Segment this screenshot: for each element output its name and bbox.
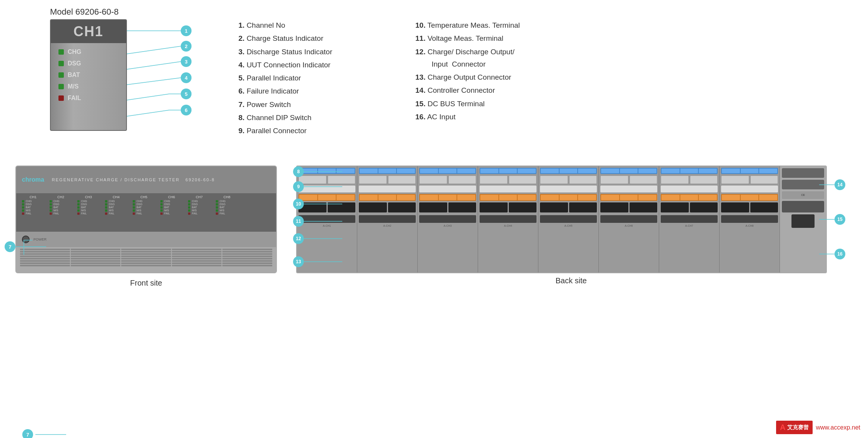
svg-line-12 — [127, 94, 169, 100]
svg-line-6 — [127, 62, 181, 69]
svg-line-16 — [127, 110, 169, 116]
front-channel-col-3: CH3 CHG DSG BAT M/S FAIL — [75, 195, 102, 215]
indicator-chg: CHG — [58, 48, 118, 55]
front-channel-col-5: CH5 CHG DSG BAT M/S FAIL — [131, 195, 157, 215]
legend-item-1: 1. Channel No — [238, 19, 400, 32]
legend-item-7: 7. Power Switch — [238, 99, 400, 111]
legend-right: 10. Temperature Meas. Terminal 11. Volta… — [415, 19, 608, 124]
ms-label: M/S — [68, 83, 78, 90]
front-image-wrapper: chroma REGENERATIVE CHARGE / DISCHARGE T… — [15, 166, 277, 273]
panel-box: CH1 CHG DSG BAT M/S FAIL — [50, 19, 127, 131]
front-channel-col-4: CH4 CHG DSG BAT M/S FAIL — [103, 195, 129, 215]
back-channel-5: A-CH5 — [538, 166, 599, 272]
legend-item-8: 8. Channel DIP Switch — [238, 112, 400, 124]
panel-ch1-label: CH1 — [73, 23, 103, 40]
legend-item-11: 11. Voltage Meas. Terminal — [415, 32, 608, 45]
indicator-dsg: DSG — [58, 60, 118, 67]
front-site-container: chroma REGENERATIVE CHARGE / DISCHARGE T… — [15, 166, 285, 273]
svg-text:4: 4 — [185, 75, 188, 81]
panel-top-bar: CH1 — [51, 20, 126, 43]
svg-line-9 — [127, 78, 181, 85]
bat-label: BAT — [68, 72, 80, 79]
svg-line-3 — [127, 46, 181, 54]
front-ch-label-1: CH1 — [20, 195, 46, 199]
svg-point-45 — [835, 179, 845, 190]
front-vents — [16, 247, 276, 273]
back-site-container: A-CH1 A-CH2 A-CH3 — [288, 166, 846, 285]
front-ch-indicators-1: CHG DSG BAT M/S FAIL — [20, 200, 46, 215]
svg-point-1 — [181, 25, 192, 36]
front-channels-bar: CH1 CHG DSG BAT M/S FAIL CH2 CHG DSG BAT — [16, 193, 276, 232]
svg-point-10 — [181, 72, 192, 83]
svg-text:1: 1 — [185, 28, 187, 34]
legend-item-3: 3. Discharge Status Indicator — [238, 46, 400, 58]
legend-item-2: 2. Charge Status Indicator — [238, 32, 400, 45]
svg-point-4 — [181, 41, 192, 52]
panel-indicators: CHG DSG BAT M/S FAIL — [51, 43, 126, 107]
svg-text:15: 15 — [837, 217, 843, 222]
front-logo-text: chroma — [22, 176, 44, 183]
chg-label: CHG — [68, 48, 82, 55]
chg-dot — [58, 49, 64, 55]
watermark-logo: 艾克赛普 — [787, 424, 809, 431]
back-sim: A-CH1 A-CH2 A-CH3 — [297, 166, 826, 272]
legend-item-14: 14. Controller Connector — [415, 84, 608, 97]
svg-text:2: 2 — [185, 43, 187, 49]
front-sim-top: chroma REGENERATIVE CHARGE / DISCHARGE T… — [16, 166, 276, 193]
svg-text:3: 3 — [185, 59, 187, 65]
watermark: A 艾克赛普 www.accexp.net — [776, 421, 860, 434]
callout-7-line — [35, 431, 66, 438]
dsg-dot — [58, 61, 64, 66]
front-panel-diagram: CH1 CHG DSG BAT M/S FAIL — [50, 19, 196, 142]
front-power-section: POWER — [16, 232, 276, 247]
legend-item-10: 10. Temperature Meas. Terminal — [415, 19, 608, 32]
front-channel-col-1: CH1 CHG DSG BAT M/S FAIL — [20, 195, 46, 215]
back-channel-6: A-CH6 — [599, 166, 659, 272]
model-title: Model 69206-60-8 — [50, 7, 119, 17]
indicator-fail: FAIL — [58, 95, 118, 102]
legend-item-5: 5. Parallel Indicator — [238, 72, 400, 84]
back-site-label: Back site — [296, 276, 846, 285]
fail-label: FAIL — [68, 95, 81, 102]
back-channel-4: A-CH4 — [478, 166, 538, 272]
back-image-wrapper: A-CH1 A-CH2 A-CH3 — [296, 166, 827, 273]
svg-point-7 — [181, 56, 192, 67]
svg-text:7: 7 — [8, 244, 11, 250]
front-model-text: REGENERATIVE CHARGE / DISCHARGE TESTER 6… — [52, 177, 215, 182]
svg-point-18 — [181, 105, 192, 115]
legend-item-4: 4. UUT Connection Indicator — [238, 59, 400, 71]
svg-text:16: 16 — [837, 251, 843, 257]
legend-item-13: 13. Charge Output Connector — [415, 71, 608, 84]
indicator-bat: BAT — [58, 72, 118, 79]
svg-point-51 — [835, 249, 845, 259]
legend-item-9: 9. Parallel Connector — [238, 125, 400, 137]
watermark-url: www.accexp.net — [816, 424, 860, 431]
front-sim: chroma REGENERATIVE CHARGE / DISCHARGE T… — [16, 166, 276, 272]
front-channel-col-6: CH6 CHG DSG BAT M/S FAIL — [158, 195, 185, 215]
indicator-ms: M/S — [58, 83, 118, 90]
bat-dot — [58, 72, 64, 78]
legend-left: 1. Channel No 2. Charge Status Indicator… — [238, 19, 400, 138]
dsg-label: DSG — [68, 60, 81, 67]
legend-item-16: 16. AC Input — [415, 111, 608, 123]
svg-point-14 — [181, 89, 192, 99]
legend-item-15: 15. DC BUS Terminal — [415, 98, 608, 110]
back-right-panel: CE — [780, 166, 826, 272]
front-site-label: Front site — [15, 279, 277, 288]
svg-text:14: 14 — [837, 182, 843, 187]
fail-dot — [58, 95, 64, 101]
back-channel-8: A-CH8 — [720, 166, 780, 272]
legend-item-12: 12. Charge/ Discharge Output/ Input Conn… — [415, 46, 608, 71]
svg-text:6: 6 — [185, 107, 187, 113]
front-channel-col-8: CH8 CHG DSG BAT M/S FAIL — [214, 195, 240, 215]
back-channel-7: A-CH7 — [659, 166, 720, 272]
legend-item-6: 6. Failure Indicator — [238, 85, 400, 97]
back-channel-2: A-CH2 — [357, 166, 418, 272]
badge-7: 7 — [22, 429, 33, 438]
front-channel-col-2: CH2 CHG DSG BAT M/S FAIL — [48, 195, 74, 215]
back-channel-1: A-CH1 — [297, 166, 357, 272]
back-channel-3: A-CH3 — [418, 166, 478, 272]
front-channel-col-7: CH7 CHG DSG BAT M/S FAIL — [186, 195, 212, 215]
svg-text:5: 5 — [185, 91, 187, 97]
ms-dot — [58, 84, 64, 89]
